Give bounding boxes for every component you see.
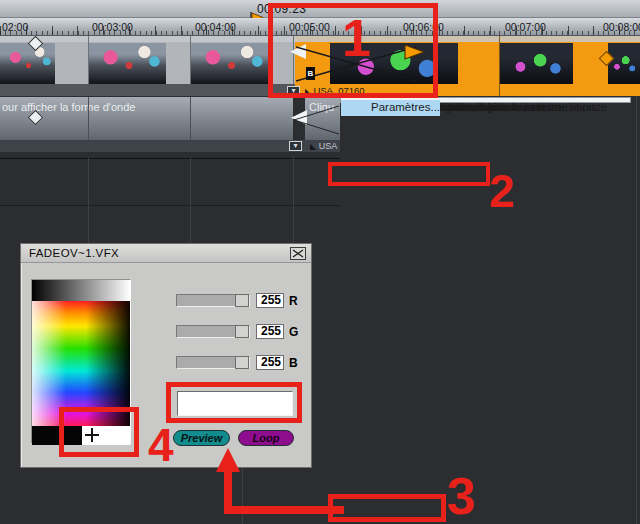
audio-clip[interactable]: our afficher la forme d'onde <box>0 97 293 140</box>
clip-thumbnail[interactable] <box>89 43 166 84</box>
video-editor-screen: 00:09:23 02:0000:03:0000:04:0000:05:0000… <box>0 0 640 524</box>
clip-thumbnail[interactable] <box>0 43 55 84</box>
clip-top-strip <box>0 36 640 42</box>
clip-boundary <box>190 97 191 140</box>
clip-filename-label: ◣ USA_07160 <box>305 85 365 96</box>
clip-thumbnail[interactable] <box>608 43 640 84</box>
clip-boundary <box>499 36 500 96</box>
timeline-ruler[interactable]: 02:0000:03:0000:04:0000:05:0000:06:0000:… <box>0 18 640 36</box>
clip-boundary <box>88 97 89 140</box>
slider-label-G: G <box>289 325 298 339</box>
timeline-topbar <box>0 0 640 18</box>
clip-thumbnail[interactable] <box>191 43 269 84</box>
preview-button[interactable]: Preview <box>173 430 230 446</box>
clip-expand-icon[interactable]: ▾ <box>287 86 300 96</box>
loop-button[interactable]: Loop <box>238 430 294 446</box>
annotation-digit-3: 3 <box>447 470 476 522</box>
slider-row-G: 255G <box>176 324 306 339</box>
track-divider <box>0 205 340 206</box>
video-track-2: our afficher la forme d'onde Cliqu ▾ ◣ U… <box>0 97 340 158</box>
menu-item-23[interactable]: Paramètres... <box>341 100 440 116</box>
ruler-label: 00:06:00 <box>403 21 444 33</box>
annotation-rect-3 <box>328 494 446 522</box>
vfx-color-dialog: FADEOV~1.VFX 255R255G255B Preview Loop <box>20 243 312 468</box>
clip-info-strip <box>0 84 295 96</box>
selected-color-swatch <box>177 391 293 416</box>
slider-thumb-R[interactable] <box>235 294 249 307</box>
grid-line <box>190 158 191 243</box>
slider-track-G[interactable] <box>176 325 250 338</box>
grid-line <box>242 468 243 524</box>
grid-line <box>636 97 637 524</box>
ruler-label: 00:08:00 <box>603 21 640 33</box>
clip-thumbnail[interactable] <box>500 43 573 84</box>
waveform-hint-text: our afficher la forme d'onde <box>2 101 135 113</box>
slider-value-R[interactable]: 255 <box>256 293 284 308</box>
slider-row-R: 255R <box>176 293 306 308</box>
playhead-timecode: 00:09:23 <box>257 2 306 16</box>
slider-label-R: R <box>289 294 298 308</box>
slider-thumb-B[interactable] <box>235 356 249 369</box>
slider-row-B: 255B <box>176 355 306 370</box>
slider-value-G[interactable]: 255 <box>256 324 284 339</box>
ruler-label: 00:05:00 <box>289 21 330 33</box>
slider-thumb-G[interactable] <box>235 325 249 338</box>
transition-flag-icon[interactable] <box>404 44 426 60</box>
clip-expand-icon[interactable]: ▾ <box>289 141 302 151</box>
ruler-label: 00:07:00 <box>505 21 546 33</box>
clip-filename-label: ◣ USA <box>310 141 337 151</box>
ruler-label: 00:04:00 <box>195 21 236 33</box>
grid-line <box>88 158 89 243</box>
video-track-1: A B ▾ ◣ USA_07160 <box>0 36 640 96</box>
grid-line <box>293 158 294 243</box>
clip-info-strip: ▾ ◣ USA <box>0 140 340 152</box>
slider-value-B[interactable]: 255 <box>256 355 284 370</box>
annotation-digit-2: 2 <box>489 168 515 214</box>
menu-item-label: Paramètres... <box>371 101 440 113</box>
track-divider <box>0 158 340 159</box>
ruler-label: 02:00 <box>2 21 28 33</box>
slider-track-B[interactable] <box>176 356 250 369</box>
annotation-rect-2 <box>328 162 490 186</box>
badge-b: B <box>306 67 315 80</box>
slider-track-R[interactable] <box>176 294 250 307</box>
transition-context-menu: Coupure (pas de fondu)Fondu croiséTransi… <box>340 97 631 103</box>
slider-label-B: B <box>289 356 298 370</box>
crossfade-lines-icon <box>294 101 340 139</box>
ruler-label: 00:03:00 <box>92 21 133 33</box>
